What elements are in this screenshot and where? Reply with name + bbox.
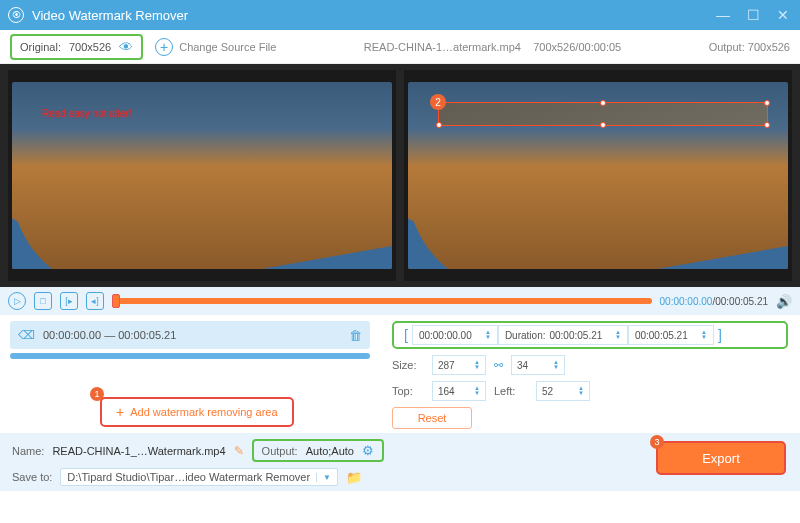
preview-area: Read easy not alter! 2 — [0, 64, 800, 287]
mark-in-button[interactable]: [▸ — [60, 292, 78, 310]
video-frame-output: 2 — [408, 82, 788, 269]
preview-original: Read easy not alter! — [8, 70, 396, 281]
segment-track[interactable] — [10, 353, 370, 359]
left-label: Left: — [494, 385, 528, 397]
annotation-marker-3: 3 — [650, 435, 664, 449]
size-label: Size: — [392, 359, 424, 371]
duration-input[interactable]: Duration:00:00:05.21 ▲▼ — [498, 325, 628, 345]
video-frame-original: Read easy not alter! — [12, 82, 392, 269]
total-time: 00:00:05.21 — [715, 296, 768, 307]
start-time-input[interactable]: 00:00:00.00 ▲▼ — [412, 325, 498, 345]
preview-output[interactable]: 2 — [404, 70, 792, 281]
mark-out-button[interactable]: ◂] — [86, 292, 104, 310]
toolbar: Original: 700x526 👁 + Change Source File… — [0, 30, 800, 64]
original-label: Original: — [20, 41, 61, 53]
bracket-right-icon[interactable]: ] — [714, 327, 726, 343]
plus-icon: + — [116, 404, 124, 420]
top-label: Top: — [392, 385, 424, 397]
output-name: READ-CHINA-1_…Watermark.mp4 — [52, 445, 225, 457]
segment-range: 00:00:00.00 — 00:00:05.21 — [43, 329, 176, 341]
chevron-down-icon[interactable]: ▼ — [316, 473, 331, 482]
open-folder-icon[interactable]: 📁 — [346, 470, 362, 485]
eraser-icon: ⌫ — [18, 328, 35, 342]
add-area-label: Add watermark removing area — [130, 406, 277, 418]
maximize-button[interactable]: ☐ — [744, 6, 762, 24]
resize-handle[interactable] — [600, 122, 606, 128]
output-format-box: Output: Auto;Auto ⚙ — [252, 439, 384, 462]
timeline-slider[interactable] — [112, 298, 652, 304]
output-format-label: Output: — [262, 445, 298, 457]
spinner-icon[interactable]: ▲▼ — [553, 360, 559, 370]
properties-panel: [ 00:00:00.00 ▲▼ Duration:00:00:05.21 ▲▼… — [380, 315, 800, 433]
spinner-icon[interactable]: ▲▼ — [474, 386, 480, 396]
add-watermark-area-button[interactable]: + Add watermark removing area — [100, 397, 294, 427]
time-range-row: [ 00:00:00.00 ▲▼ Duration:00:00:05.21 ▲▼… — [392, 321, 788, 349]
link-aspect-icon[interactable]: ⚯ — [494, 359, 503, 372]
mid-section: ⌫ 00:00:00.00 — 00:00:05.21 🗑 1 + Add wa… — [0, 315, 800, 433]
segment-panel: ⌫ 00:00:00.00 — 00:00:05.21 🗑 1 + Add wa… — [0, 315, 380, 433]
save-path-dropdown[interactable]: D:\Tipard Studio\Tipar…ideo Watermark Re… — [60, 468, 338, 486]
height-input[interactable]: 34 ▲▼ — [511, 355, 565, 375]
spinner-icon[interactable]: ▲▼ — [485, 330, 491, 340]
stop-button[interactable]: □ — [34, 292, 52, 310]
timeline-thumb[interactable] — [112, 294, 120, 308]
left-input[interactable]: 52 ▲▼ — [536, 381, 590, 401]
width-input[interactable]: 287 ▲▼ — [432, 355, 486, 375]
end-time-input[interactable]: 00:00:05.21 ▲▼ — [628, 325, 714, 345]
resize-handle[interactable] — [600, 100, 606, 106]
resize-handle[interactable] — [764, 100, 770, 106]
output-dimensions: 700x526 — [748, 41, 790, 53]
change-source-label: Change Source File — [179, 41, 276, 53]
minimize-button[interactable]: — — [714, 6, 732, 24]
eye-icon[interactable]: 👁 — [119, 39, 133, 55]
spinner-icon[interactable]: ▲▼ — [615, 330, 621, 340]
current-time: 00:00:00.00 — [660, 296, 713, 307]
volume-icon[interactable]: 🔊 — [776, 294, 792, 309]
spinner-icon[interactable]: ▲▼ — [474, 360, 480, 370]
close-button[interactable]: ✕ — [774, 6, 792, 24]
annotation-marker-2: 2 — [430, 94, 446, 110]
playbar: ▷ □ [▸ ◂] 00:00:00.00/00:00:05.21 🔊 — [0, 287, 800, 315]
footer: Name: READ-CHINA-1_…Watermark.mp4 ✎ Outp… — [0, 433, 800, 491]
output-dimensions-box: Output: 700x526 — [709, 41, 790, 53]
spinner-icon[interactable]: ▲▼ — [701, 330, 707, 340]
save-path-value: D:\Tipard Studio\Tipar…ideo Watermark Re… — [67, 471, 310, 483]
reset-button[interactable]: Reset — [392, 407, 472, 429]
name-label: Name: — [12, 445, 44, 457]
resize-handle[interactable] — [436, 122, 442, 128]
bracket-left-icon[interactable]: [ — [400, 327, 412, 343]
titlebar: ⦿ Video Watermark Remover — ☐ ✕ — [0, 0, 800, 30]
watermark-sample-text: Read easy not alter! — [42, 108, 132, 119]
plus-icon: + — [155, 38, 173, 56]
gear-icon[interactable]: ⚙ — [362, 443, 374, 458]
output-label: Output: — [709, 41, 745, 53]
original-dimensions-box: Original: 700x526 👁 — [10, 34, 143, 60]
export-button[interactable]: Export — [656, 441, 786, 475]
app-title: Video Watermark Remover — [32, 8, 714, 23]
filename: READ-CHINA-1…atermark.mp4 — [364, 41, 521, 53]
watermark-selection-box[interactable] — [438, 102, 768, 126]
output-format-value: Auto;Auto — [306, 445, 354, 457]
delete-segment-icon[interactable]: 🗑 — [349, 328, 362, 343]
top-input[interactable]: 164 ▲▼ — [432, 381, 486, 401]
play-button[interactable]: ▷ — [8, 292, 26, 310]
annotation-marker-1: 1 — [90, 387, 104, 401]
original-dimensions: 700x526 — [69, 41, 111, 53]
segment-item[interactable]: ⌫ 00:00:00.00 — 00:00:05.21 🗑 — [10, 321, 370, 349]
resize-handle[interactable] — [764, 122, 770, 128]
save-to-label: Save to: — [12, 471, 52, 483]
app-logo-icon: ⦿ — [8, 7, 24, 23]
change-source-button[interactable]: + Change Source File — [155, 38, 276, 56]
file-meta: 700x526/00:00:05 — [533, 41, 621, 53]
spinner-icon[interactable]: ▲▼ — [578, 386, 584, 396]
time-display: 00:00:00.00/00:00:05.21 — [660, 296, 768, 307]
file-info: READ-CHINA-1…atermark.mp4 700x526/00:00:… — [288, 41, 696, 53]
edit-name-icon[interactable]: ✎ — [234, 444, 244, 458]
